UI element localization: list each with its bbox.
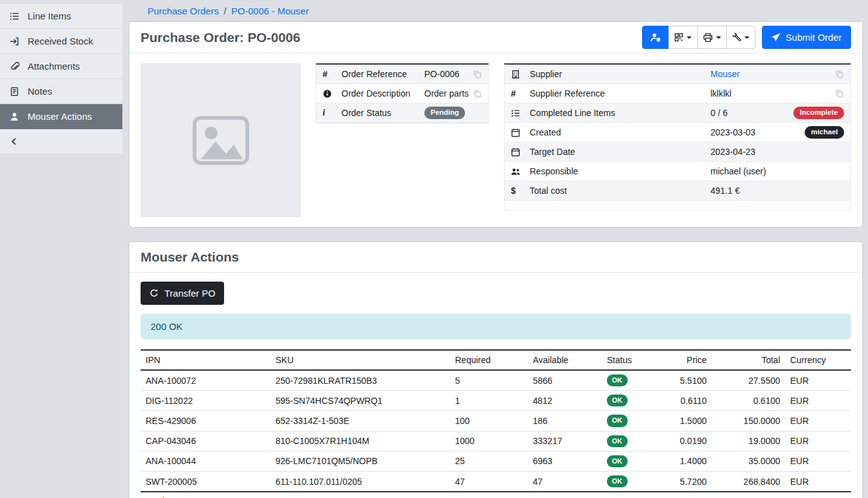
printer-icon xyxy=(703,33,713,43)
info-plain-icon: i xyxy=(323,109,341,117)
main-content: Purchase Orders / PO-0006 - Mouser Purch… xyxy=(122,0,868,498)
info-filled-icon xyxy=(323,89,341,98)
paper-plane-icon xyxy=(771,33,781,42)
table-cell xyxy=(450,492,528,498)
detail-value: michael (user) xyxy=(710,166,766,176)
sidebar-collapse-button[interactable] xyxy=(0,129,122,154)
column-header-required: Required xyxy=(450,350,528,370)
calendar-icon xyxy=(511,147,530,157)
table-row: SWT-200005611-110.107.011/02054747OK5.72… xyxy=(141,471,851,492)
hash-icon: # xyxy=(323,70,341,78)
table-cell: 35.0000 xyxy=(712,451,785,471)
detail-row: Target Date2023-04-23 xyxy=(505,142,850,162)
transfer-po-button[interactable]: Transfer PO xyxy=(141,282,224,305)
order-actions-button[interactable] xyxy=(726,26,756,49)
refresh-icon xyxy=(149,289,159,298)
table-cell: 250-72981KLRATR150B3 xyxy=(271,370,450,391)
table-row: CAP-043046810-C1005X7R1H104M1000333217OK… xyxy=(141,431,851,451)
detail-label: Supplier Reference xyxy=(530,88,710,98)
qr-code-icon xyxy=(674,33,683,42)
detail-row-actions: Incomplete xyxy=(793,107,844,119)
detail-row: $Total cost491.1 € xyxy=(505,181,850,201)
sidebar-item-received-stock[interactable]: Received Stock xyxy=(0,29,122,54)
table-cell: 5866 xyxy=(528,370,602,391)
table-cell: 1.4000 xyxy=(671,451,712,471)
sidebar-item-mouser-actions[interactable]: Mouser Actions xyxy=(0,104,122,129)
table-cell: OK xyxy=(602,471,671,492)
table-cell: OK xyxy=(602,411,671,431)
detail-label: Completed Line Items xyxy=(530,108,710,118)
purchase-order-panel: Purchase Order: PO-0006 xyxy=(129,21,863,228)
purchase-order-panel-body: #Order ReferencePO-0006Order Description… xyxy=(129,53,862,227)
detail-value: PO-0006 xyxy=(424,69,459,79)
detail-label: Total cost xyxy=(530,186,710,196)
hash-icon: # xyxy=(511,89,530,98)
detail-row-actions: michael xyxy=(805,126,844,139)
table-cell: 595-SN74HCS74QPWRQ1 xyxy=(271,391,450,411)
table-footer-total: 501.0000 xyxy=(712,492,785,498)
copy-icon[interactable] xyxy=(835,89,844,98)
breadcrumb-link-current-order[interactable]: PO-0006 - Mouser xyxy=(232,6,309,16)
supplier-link[interactable]: Mouser xyxy=(710,69,740,79)
detail-value: 0 / 6 xyxy=(710,108,727,118)
detail-value: Mouser xyxy=(710,69,740,79)
table-cell: 5 xyxy=(450,370,528,391)
table-cell: 5.5100 xyxy=(671,370,712,391)
sidebar-item-line-items[interactable]: Line Items xyxy=(0,4,122,29)
calendar-icon xyxy=(511,128,530,137)
copy-icon[interactable] xyxy=(473,89,482,98)
detail-label: Responsible xyxy=(530,166,710,176)
chevron-left-icon xyxy=(9,137,19,146)
copy-icon[interactable] xyxy=(835,70,844,79)
table-cell: 1000 xyxy=(450,431,528,451)
table-cell: RES-429006 xyxy=(141,411,271,431)
detail-label: Supplier xyxy=(530,69,710,79)
mouser-actions-panel: Mouser Actions Transfer PO 200 OK IPNSKU… xyxy=(129,241,863,498)
user-roles-button[interactable] xyxy=(642,26,669,49)
column-header-total: Total xyxy=(712,350,785,370)
status-ok-badge: OK xyxy=(607,395,628,406)
status-ok-badge: OK xyxy=(607,415,628,426)
detail-row: Order DescriptionOrder parts xyxy=(316,84,488,103)
mouser-order-table: IPNSKURequiredAvailableStatusPriceTotalC… xyxy=(141,349,851,498)
mouser-actions-panel-body: Transfer PO 200 OK IPNSKURequiredAvailab… xyxy=(129,273,862,498)
detail-value: Order parts xyxy=(424,88,469,98)
table-cell: 150.0000 xyxy=(712,411,785,431)
chevron-down-icon xyxy=(716,36,721,39)
detail-row: Responsiblemichael (user) xyxy=(505,162,850,181)
breadcrumb-link-purchase-orders[interactable]: Purchase Orders xyxy=(147,6,218,16)
table-cell xyxy=(602,492,671,498)
detail-value: 2023-04-23 xyxy=(710,147,756,157)
order-toolbar: Submit Order xyxy=(642,26,851,49)
supplier-details-table: SupplierMouser#Supplier Referencelklklkl… xyxy=(504,63,851,211)
column-header-ipn: IPN xyxy=(141,350,271,370)
print-actions-button[interactable] xyxy=(697,26,727,49)
sidebar-item-attachments[interactable]: Attachments xyxy=(0,54,122,79)
wrench-icon xyxy=(732,33,741,42)
table-cell xyxy=(271,492,450,498)
detail-label: Order Description xyxy=(341,88,424,98)
chevron-down-icon xyxy=(744,36,749,39)
status-badge: Incomplete xyxy=(793,107,844,119)
detail-value: 2023-03-03 xyxy=(710,127,756,137)
table-cell: 0.6110 xyxy=(671,391,712,411)
copy-icon[interactable] xyxy=(473,70,482,79)
note-icon xyxy=(9,87,19,97)
table-cell: 810-C1005X7R1H104M xyxy=(271,431,450,451)
sidebar-item-notes[interactable]: Notes xyxy=(0,79,122,104)
table-cell: 0.0190 xyxy=(671,431,712,451)
table-cell: EUR xyxy=(785,451,851,471)
detail-row: #Supplier Referencelklklkl xyxy=(505,84,850,103)
table-cell: 5.7200 xyxy=(671,471,712,492)
status-ok-badge: OK xyxy=(607,374,628,386)
detail-row: #Order ReferencePO-0006 xyxy=(316,65,488,84)
submit-order-button[interactable]: Submit Order xyxy=(762,26,851,49)
order-details-table: #Order ReferencePO-0006Order Description… xyxy=(316,63,489,124)
table-cell: 100 xyxy=(450,411,528,431)
table-cell: ANA-100072 xyxy=(141,370,271,391)
mouser-actions-title: Mouser Actions xyxy=(141,250,239,265)
table-cell: 926-LMC7101QM5/NOPB xyxy=(271,451,450,471)
barcode-actions-button[interactable] xyxy=(668,26,698,49)
dollar-icon: $ xyxy=(511,186,530,195)
table-cell: OK xyxy=(602,431,671,451)
